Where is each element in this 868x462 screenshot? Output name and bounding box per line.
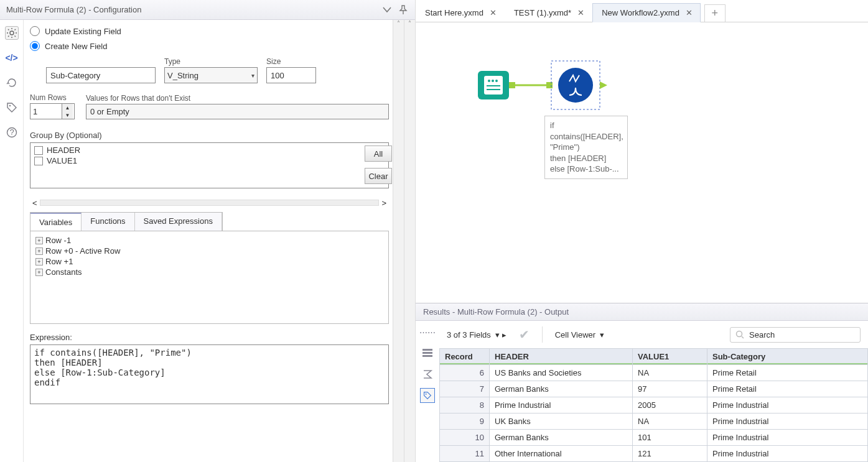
tab-saved-expressions[interactable]: Saved Expressions [135, 213, 222, 231]
help-icon[interactable]: ? [5, 126, 19, 139]
inner-scrollbar[interactable]: ˄ [393, 20, 404, 462]
config-body: Update Existing Field Create New Field .… [24, 20, 393, 462]
config-panel-header: Multi-Row Formula (2) - Configuration [0, 0, 415, 20]
tree-item[interactable]: +Row +1 [35, 256, 383, 267]
svg-line-18 [742, 336, 744, 338]
hscroll[interactable]: <> [30, 197, 389, 208]
values-nonexist-value: 0 or Empty [90, 107, 129, 116]
pin-icon[interactable] [398, 4, 409, 16]
sigma-icon[interactable] [420, 367, 435, 382]
doc-tab-test1[interactable]: TEST (1).yxmd*✕ [505, 3, 592, 22]
tree-item[interactable]: +Row +0 - Active Row [35, 246, 383, 256]
new-tab-button[interactable]: + [704, 4, 726, 22]
tree-item[interactable]: +Constants [35, 267, 383, 277]
cell-value1: 101 [633, 430, 707, 446]
svg-point-6 [488, 80, 490, 82]
xml-icon[interactable]: </> [5, 51, 19, 65]
expand-icon[interactable]: + [35, 269, 43, 276]
results-toolbar: 3 of 3 Fields ▾ ▸ ✔ Cell Viewer ▾ Search [439, 321, 868, 348]
fields-summary[interactable]: 3 of 3 Fields ▾ ▸ [447, 330, 506, 340]
checkbox-icon[interactable] [34, 146, 43, 155]
grip-icon[interactable]: ⋯⋯ [420, 325, 435, 340]
doc-tab-start-here[interactable]: Start Here.yxmd✕ [416, 3, 505, 22]
size-label: Size [266, 57, 316, 66]
output-anchor-icon[interactable] [509, 82, 515, 88]
spin-down-icon[interactable]: ▼ [62, 111, 73, 119]
tab-functions[interactable]: Functions [82, 213, 134, 231]
table-row[interactable]: 10German Banks101Prime Industrial [440, 430, 868, 446]
radio-create-new[interactable] [30, 41, 40, 51]
groupby-clear-button[interactable]: Clear [365, 168, 392, 184]
cell-record: 10 [440, 430, 490, 446]
col-record[interactable]: Record [440, 349, 490, 365]
values-nonexist-label: Values for Rows that don't Exist [86, 94, 389, 103]
numrows-label: Num Rows [30, 93, 75, 102]
cell-subcategory: Prime Retail [707, 381, 868, 397]
check-icon[interactable]: ✔ [519, 327, 530, 342]
document-tabbar: Start Here.yxmd✕ TEST (1).yxmd*✕ New Wor… [416, 0, 868, 22]
cell-viewer-dropdown[interactable]: Cell Viewer ▾ [555, 330, 605, 340]
radio-update-existing[interactable] [30, 26, 40, 36]
tag-icon[interactable] [420, 388, 435, 403]
svg-point-17 [737, 331, 742, 337]
groupby-all-button[interactable]: All [365, 146, 392, 162]
workflow-canvas[interactable]: if contains([HEADER], "Prime") then [HEA… [416, 22, 868, 303]
chevron-down-icon: ▾ [251, 72, 254, 79]
new-field-name-input[interactable] [46, 67, 156, 83]
cell-record: 8 [440, 397, 490, 413]
collapse-icon[interactable] [381, 4, 393, 16]
values-nonexist-select[interactable]: 0 or Empty [86, 104, 389, 119]
svg-point-1 [9, 105, 10, 106]
svg-point-8 [495, 80, 498, 82]
output-anchor-icon[interactable] [600, 81, 607, 89]
input-tool-icon[interactable] [478, 71, 509, 99]
groupby-item[interactable]: HEADER [34, 146, 352, 155]
groupby-item[interactable]: VALUE1 [34, 156, 352, 165]
size-input[interactable] [266, 67, 316, 83]
cell-value1: 97 [633, 381, 707, 397]
variables-tree[interactable]: +Row -1 +Row +0 - Active Row +Row +1 +Co… [30, 231, 389, 324]
cell-header: Other International [490, 446, 633, 462]
type-label: Type [164, 57, 258, 66]
expression-editor[interactable]: if contains([HEADER], "Prime") then [HEA… [30, 344, 389, 404]
spin-up-icon[interactable]: ▲ [62, 104, 73, 111]
close-icon[interactable]: ✕ [490, 8, 497, 17]
multi-row-formula-tool-icon[interactable] [551, 61, 600, 109]
tree-item[interactable]: +Row -1 [35, 235, 383, 246]
numrows-spinner[interactable]: ▲▼ [30, 103, 75, 119]
expand-icon[interactable]: + [35, 247, 43, 255]
outer-scrollbar[interactable]: ˄ [404, 20, 415, 462]
divider [542, 326, 543, 343]
checkbox-icon[interactable] [34, 157, 43, 165]
refresh-icon[interactable] [5, 76, 19, 90]
close-icon[interactable]: ✕ [577, 8, 584, 17]
tag-icon[interactable] [5, 101, 19, 114]
gear-icon[interactable] [5, 26, 19, 40]
label-create-new: Create New Field [45, 42, 107, 51]
svg-rect-13 [422, 349, 432, 351]
table-row[interactable]: 7German Banks97Prime Retail [440, 381, 868, 397]
table-row[interactable]: 9UK BanksNAPrime Industrial [440, 413, 868, 430]
col-header[interactable]: HEADER [490, 349, 633, 365]
table-row[interactable]: 8Prime Industrial2005Prime Industrial [440, 397, 868, 413]
results-table[interactable]: Record HEADER VALUE1 Sub-Category 6US Ba… [439, 348, 868, 462]
table-row[interactable]: 11Other International121Prime Industrial [440, 446, 868, 462]
expand-icon[interactable]: + [35, 258, 43, 266]
col-value1[interactable]: VALUE1 [633, 349, 707, 365]
expand-icon[interactable]: + [35, 237, 43, 244]
list-icon[interactable] [420, 346, 435, 361]
table-row[interactable]: 6US Banks and SocietiesNAPrime Retail [440, 365, 868, 381]
cell-record: 9 [440, 413, 490, 430]
results-search-input[interactable]: Search [730, 327, 861, 343]
cell-value1: 2005 [633, 397, 707, 413]
tab-variables[interactable]: Variables [30, 213, 82, 231]
col-subcategory[interactable]: Sub-Category [707, 349, 868, 365]
doc-tab-new-workflow2[interactable]: New Workflow2.yxmd✕ [592, 3, 701, 22]
numrows-input[interactable] [30, 104, 62, 119]
svg-point-0 [10, 31, 14, 35]
close-icon[interactable]: ✕ [686, 8, 693, 17]
type-select[interactable]: V_String ▾ [164, 67, 258, 83]
svg-point-12 [558, 68, 593, 103]
type-value: V_String [167, 71, 198, 80]
cell-subcategory: Prime Industrial [707, 413, 868, 430]
